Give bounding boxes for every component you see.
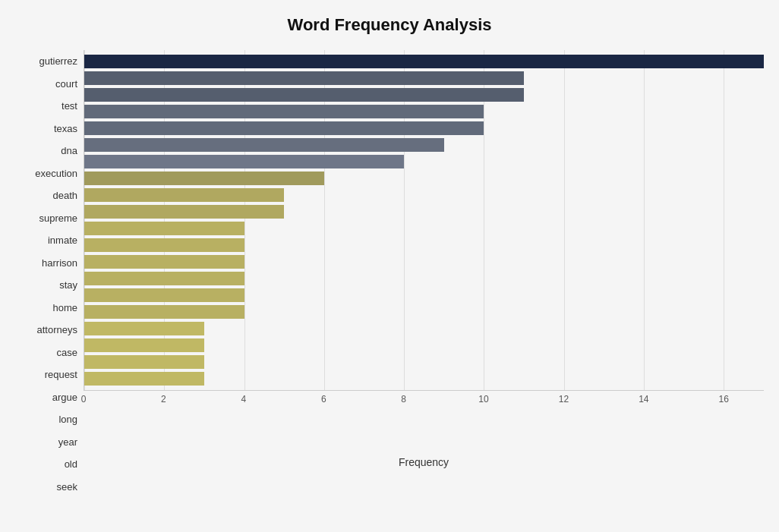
bar-row: [84, 253, 764, 270]
y-label: gutierrez: [39, 52, 77, 71]
x-tick-label: 14: [639, 394, 648, 405]
bars-container: [84, 50, 764, 390]
x-tick-label: 2: [161, 394, 166, 405]
bar-row: [84, 270, 764, 287]
bar-row: [84, 337, 764, 354]
bar: [84, 88, 524, 102]
bar-row: [84, 53, 764, 70]
bar-row: [84, 70, 764, 87]
bar: [84, 338, 204, 352]
bar: [84, 288, 244, 302]
x-tick-label: 6: [321, 394, 326, 405]
bar-row: [84, 153, 764, 170]
y-label: year: [58, 432, 77, 452]
chart-area: gutierrezcourttesttexasdnaexecutiondeath…: [15, 50, 764, 498]
bar-row: [84, 320, 764, 337]
chart-container: Word Frequency Analysis gutierrezcourtte…: [0, 0, 779, 532]
x-tick-label: 12: [559, 394, 569, 405]
bar: [84, 105, 484, 118]
bar: [84, 121, 484, 135]
x-tick-label: 4: [241, 394, 246, 405]
bar: [84, 255, 244, 269]
x-axis-title: Frequency: [84, 456, 764, 468]
x-axis-ticks: 0246810121416: [84, 394, 764, 417]
bar: [84, 272, 244, 285]
bar-row: [84, 87, 764, 103]
plot-wrapper: 0246810121416 Frequency: [84, 50, 764, 498]
bar-row: [84, 170, 764, 187]
y-label: court: [55, 74, 77, 93]
y-label: old: [65, 455, 77, 474]
y-label: long: [58, 410, 77, 430]
x-tick-label: 0: [81, 394, 87, 405]
bar-row: [84, 120, 764, 137]
y-label: dna: [61, 141, 77, 161]
bar-row: [84, 137, 764, 153]
bar: [84, 305, 244, 319]
bar-row: [84, 237, 764, 253]
bar: [84, 205, 284, 219]
bar: [84, 55, 764, 68]
bar-row: [84, 304, 764, 320]
y-label: stay: [59, 275, 77, 295]
bar: [84, 71, 524, 85]
y-label: test: [62, 96, 77, 116]
bar-row: [84, 354, 764, 370]
bar: [84, 322, 204, 335]
bar-row: [84, 187, 764, 203]
y-label: seek: [57, 477, 77, 496]
bar: [84, 222, 244, 235]
y-label: home: [52, 297, 77, 317]
chart-title: Word Frequency Analysis: [15, 15, 764, 35]
y-label: supreme: [39, 208, 77, 228]
y-axis: gutierrezcourttesttexasdnaexecutiondeath…: [15, 50, 84, 498]
y-label: texas: [54, 118, 77, 138]
bar-row: [84, 103, 764, 120]
y-label: harrison: [42, 253, 77, 272]
bar-row: [84, 370, 764, 387]
y-label: death: [52, 186, 77, 206]
y-label: attorneys: [37, 320, 77, 340]
bar: [84, 138, 444, 152]
bar: [84, 172, 324, 185]
bar-row: [84, 287, 764, 304]
bar: [84, 155, 404, 168]
x-tick-label: 16: [719, 394, 729, 405]
y-label: argue: [52, 387, 77, 407]
y-label: execution: [35, 163, 77, 183]
bar-row: [84, 203, 764, 220]
bar: [84, 238, 244, 252]
bar: [84, 188, 284, 202]
bar-row: [84, 220, 764, 237]
bar: [84, 372, 204, 386]
x-tick-label: 8: [401, 394, 406, 405]
y-label: case: [57, 342, 77, 362]
y-label: inmate: [48, 231, 77, 250]
x-tick-label: 10: [478, 394, 488, 405]
bar: [84, 355, 204, 369]
y-label: request: [45, 365, 77, 385]
plot-area: [84, 50, 764, 391]
